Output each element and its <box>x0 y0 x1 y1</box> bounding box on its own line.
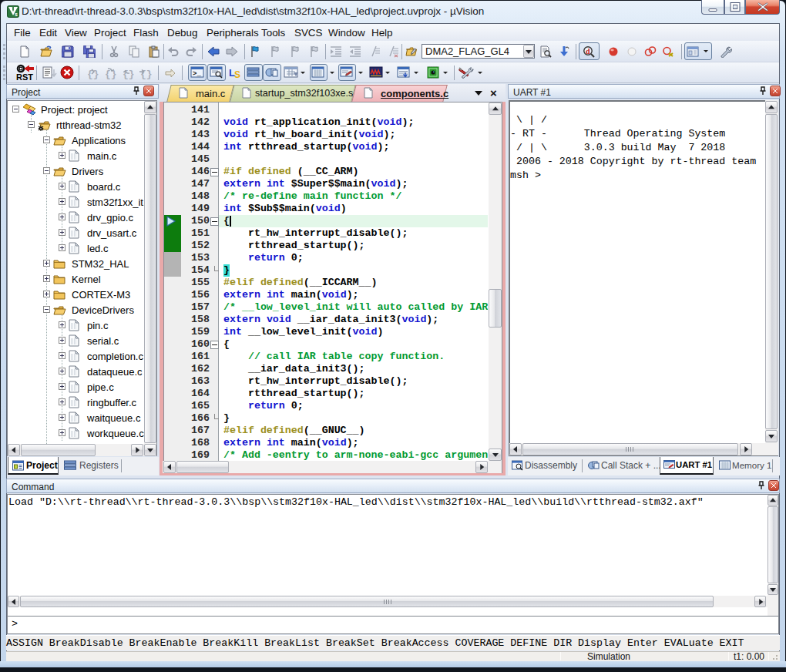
svg-text:d: d <box>586 47 590 55</box>
svg-text:RST: RST <box>16 72 33 81</box>
svg-text:s: s <box>15 12 18 17</box>
svg-text:S: S <box>234 69 240 79</box>
svg-text:>_: >_ <box>193 70 201 78</box>
svg-text:{}: {} <box>123 69 135 79</box>
